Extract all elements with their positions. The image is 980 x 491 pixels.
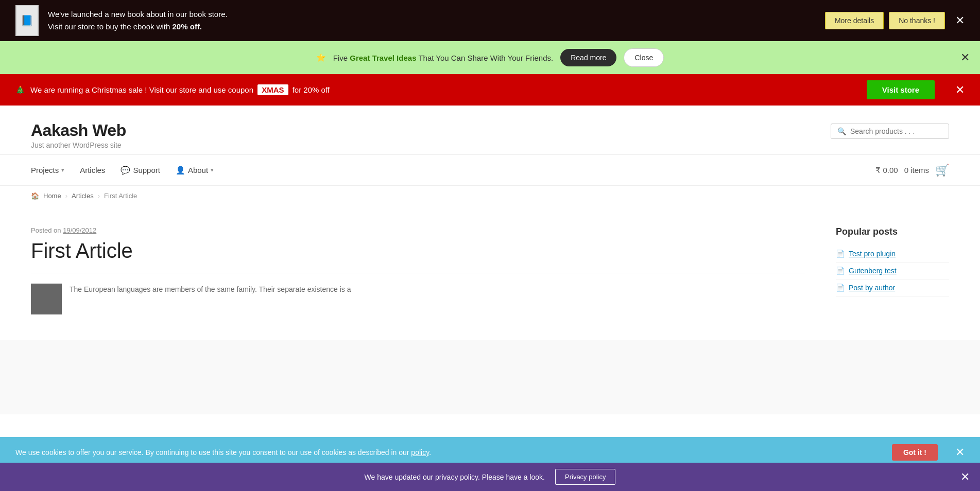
nav-about-label: About (188, 166, 208, 174)
top-banner-line1: We've launched a new book about in our b… (48, 10, 228, 19)
sidebar-popular-posts-title: Popular posts (836, 226, 949, 237)
top-banner-close[interactable]: ✕ (955, 15, 965, 26)
post-date-link[interactable]: 19/09/2012 (63, 226, 96, 234)
breadcrumb-home[interactable]: Home (43, 192, 61, 200)
read-more-button[interactable]: Read more (560, 49, 616, 66)
post-thumbnail (31, 284, 62, 314)
article-sidebar: Popular posts 📄 Test pro plugin 📄 Gutenb… (836, 226, 949, 320)
travel-banner-close[interactable]: ✕ (960, 52, 970, 63)
nav-item-support[interactable]: 💬 Support (121, 156, 160, 184)
nav-item-about[interactable]: 👤 About ▾ (176, 156, 214, 184)
about-person-icon: 👤 (176, 166, 185, 175)
breadcrumb-sep-2: › (98, 192, 100, 200)
post-meta: Posted on 19/09/2012 (31, 226, 805, 234)
cart-items-count: 0 items (904, 166, 929, 174)
christmas-tree-icon: 🎄 (15, 85, 25, 95)
top-banner-line2: Visit our store to buy the ebook with (48, 22, 173, 31)
nav-item-articles[interactable]: Articles (80, 156, 105, 184)
top-banner-buttons: More details No thanks ! (825, 12, 945, 29)
site-branding: Aakash Web Just another WordPress site (31, 121, 126, 149)
search-input[interactable] (850, 127, 942, 135)
post-content: The European languages are members of th… (31, 284, 805, 296)
popular-post-3[interactable]: Post by author (849, 284, 895, 292)
top-banner-bold: 20% off. (173, 22, 202, 31)
christmas-banner-close[interactable]: ✕ (955, 84, 965, 96)
search-box[interactable]: 🔍 (831, 124, 949, 139)
home-icon: 🏠 (31, 192, 39, 200)
popular-posts-list: 📄 Test pro plugin 📄 Gutenberg test 📄 Pos… (836, 246, 949, 296)
star-icon: ⭐ (316, 53, 326, 62)
cart-price: ₹ 0.00 (875, 166, 898, 175)
cart-basket-icon[interactable]: 🛒 (935, 164, 949, 177)
site-tagline: Just another WordPress site (31, 141, 126, 149)
content-area: Posted on 19/09/2012 First Article The E… (0, 206, 980, 340)
list-item: 📄 Test pro plugin (836, 246, 949, 262)
breadcrumb-articles[interactable]: Articles (72, 192, 94, 200)
breadcrumb-sep-1: › (65, 192, 67, 200)
christmas-banner: 🎄 We are running a Christmas sale ! Visi… (0, 74, 980, 106)
doc-icon-1: 📄 (836, 250, 845, 258)
list-item: 📄 Gutenberg test (836, 262, 949, 279)
no-thanks-button[interactable]: No thanks ! (889, 12, 945, 29)
doc-icon-2: 📄 (836, 267, 845, 275)
main-wrapper: Aakash Web Just another WordPress site 🔍… (0, 106, 980, 414)
nav-item-projects[interactable]: Projects ▾ (31, 156, 64, 184)
nav-right: ₹ 0.00 0 items 🛒 (875, 164, 949, 177)
nav-left: Projects ▾ Articles 💬 Support 👤 About ▾ (31, 156, 214, 184)
list-item: 📄 Post by author (836, 279, 949, 296)
article-main: Posted on 19/09/2012 First Article The E… (31, 226, 805, 320)
site-title: Aakash Web (31, 121, 126, 140)
site-header: Aakash Web Just another WordPress site 🔍 (0, 106, 980, 154)
travel-banner: ⭐ Five Great Travel Ideas That You Can S… (0, 41, 980, 74)
nav-articles-label: Articles (80, 166, 105, 174)
more-details-button[interactable]: More details (825, 12, 884, 29)
breadcrumb-current: First Article (104, 192, 137, 200)
close-travel-button[interactable]: Close (624, 48, 664, 67)
visit-store-button[interactable]: Visit store (867, 80, 935, 99)
nav-projects-chevron: ▾ (61, 167, 64, 173)
doc-icon-3: 📄 (836, 284, 845, 292)
popular-post-2[interactable]: Gutenberg test (849, 267, 897, 275)
nav-bar: Projects ▾ Articles 💬 Support 👤 About ▾ … (0, 154, 980, 185)
travel-banner-text: Five Great Travel Ideas That You Can Sha… (333, 54, 554, 62)
nav-projects-label: Projects (31, 166, 59, 174)
nav-about-chevron: ▾ (211, 167, 214, 173)
search-icon: 🔍 (837, 127, 846, 135)
top-banner-text: We've launched a new book about in our b… (48, 8, 815, 33)
support-chat-icon: 💬 (121, 166, 130, 175)
top-book-banner: 📘 We've launched a new book about in our… (0, 0, 980, 41)
breadcrumb: 🏠 Home › Articles › First Article (0, 185, 980, 206)
book-icon: 📘 (15, 5, 39, 36)
post-divider (31, 273, 805, 273)
popular-post-1[interactable]: Test pro plugin (849, 250, 896, 258)
post-title: First Article (31, 239, 805, 262)
post-excerpt: The European languages are members of th… (31, 284, 805, 296)
christmas-banner-text: We are running a Christmas sale ! Visit … (30, 85, 867, 94)
nav-support-label: Support (133, 166, 160, 174)
